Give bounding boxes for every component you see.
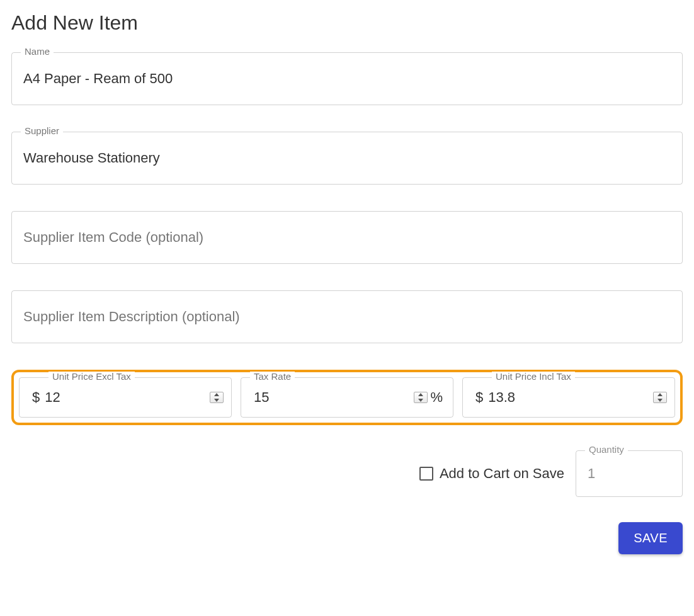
add-to-cart-checkbox[interactable] (419, 467, 433, 481)
name-label: Name (21, 47, 54, 56)
supplier-desc-field[interactable] (11, 290, 683, 343)
unit-price-incl-input[interactable] (486, 389, 653, 406)
page-title: Add New Item (11, 11, 683, 35)
percent-suffix: % (428, 389, 445, 406)
name-input[interactable] (12, 53, 682, 105)
tax-rate-input[interactable] (251, 389, 414, 406)
supplier-input[interactable] (12, 132, 682, 184)
options-row: Add to Cart on Save Quantity (11, 450, 683, 497)
add-to-cart-row[interactable]: Add to Cart on Save (419, 465, 564, 482)
unit-price-incl-field[interactable]: Unit Price Incl Tax $ (462, 377, 675, 418)
quantity-input[interactable] (586, 465, 694, 482)
supplier-code-input[interactable] (12, 212, 682, 263)
tax-rate-label: Tax Rate (250, 372, 295, 381)
name-field[interactable]: Name (11, 52, 683, 105)
supplier-desc-input[interactable] (12, 291, 682, 343)
currency-prefix: $ (473, 389, 486, 406)
quantity-label: Quantity (585, 445, 628, 454)
supplier-code-field[interactable] (11, 211, 683, 264)
actions-row: SAVE (11, 522, 683, 554)
save-button[interactable]: SAVE (618, 522, 683, 554)
price-row-highlight: Unit Price Excl Tax $ Tax Rate % Unit Pr… (11, 370, 683, 425)
spinner-icon[interactable] (210, 392, 224, 403)
supplier-field[interactable]: Supplier (11, 132, 683, 185)
unit-price-excl-field[interactable]: Unit Price Excl Tax $ (19, 377, 232, 418)
add-to-cart-label: Add to Cart on Save (440, 465, 564, 482)
spinner-icon[interactable] (653, 392, 667, 403)
spinner-icon[interactable] (414, 392, 428, 403)
unit-price-excl-label: Unit Price Excl Tax (48, 372, 135, 381)
tax-rate-field[interactable]: Tax Rate % (241, 377, 453, 418)
unit-price-excl-input[interactable] (42, 389, 210, 406)
quantity-field[interactable]: Quantity (576, 450, 683, 497)
unit-price-incl-label: Unit Price Incl Tax (492, 372, 575, 381)
currency-prefix: $ (30, 389, 42, 406)
supplier-label: Supplier (21, 126, 63, 135)
